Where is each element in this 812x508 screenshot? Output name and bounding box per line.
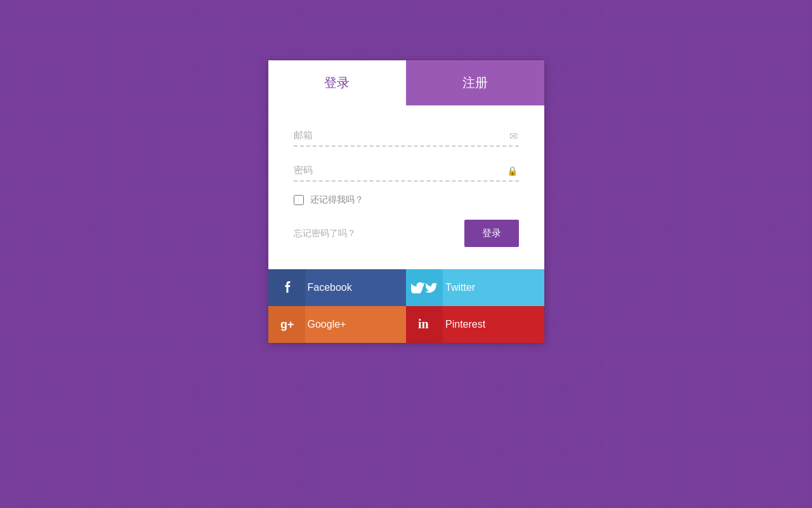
twitter-label: Twitter [443, 282, 475, 293]
svg-text:in: in [418, 318, 429, 331]
email-group [294, 124, 519, 147]
twitter-icon [406, 269, 443, 306]
remember-checkbox[interactable] [294, 195, 304, 205]
pinterest-icon: in [406, 306, 443, 343]
remember-label[interactable]: 还记得我吗？ [310, 194, 363, 206]
password-input[interactable] [294, 159, 519, 182]
pinterest-button[interactable]: in Pinterest [406, 306, 544, 343]
social-row-bottom: g+ Google+ in Pinterest [268, 306, 544, 343]
pinterest-label: Pinterest [443, 319, 485, 330]
forgot-link[interactable]: 忘记密码了吗？ [294, 228, 356, 239]
tab-register[interactable]: 注册 [406, 60, 544, 105]
google-label: Google+ [305, 319, 346, 330]
login-card: 登录 注册 还记得我吗？ 忘记密码了吗？ 登录 Fa [268, 60, 544, 343]
svg-text:g+: g+ [280, 318, 294, 331]
email-input[interactable] [294, 124, 519, 147]
google-icon: g+ [268, 306, 305, 343]
action-row: 忘记密码了吗？ 登录 [294, 220, 519, 247]
login-button[interactable]: 登录 [464, 220, 519, 247]
twitter-button[interactable]: Twitter [406, 269, 544, 306]
tab-login[interactable]: 登录 [268, 60, 407, 105]
social-row-top: Facebook Twitter [268, 269, 544, 306]
tab-bar: 登录 注册 [268, 60, 544, 105]
password-group [294, 159, 519, 182]
facebook-button[interactable]: Facebook [268, 269, 407, 306]
remember-row: 还记得我吗？ [294, 194, 519, 206]
facebook-icon [268, 269, 305, 306]
form-body: 还记得我吗？ 忘记密码了吗？ 登录 [268, 105, 544, 269]
google-button[interactable]: g+ Google+ [268, 306, 407, 343]
facebook-label: Facebook [305, 282, 352, 293]
